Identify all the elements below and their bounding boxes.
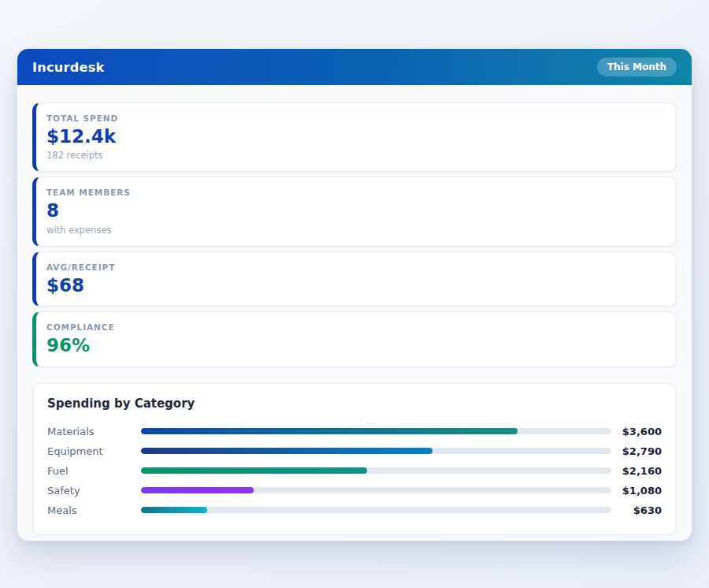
bar-value: $3,600 bbox=[611, 426, 662, 437]
bar-value: $630 bbox=[611, 504, 662, 516]
bar-track bbox=[141, 467, 611, 474]
stat-label: AVG/RECEIPT bbox=[46, 262, 663, 272]
bar-fill bbox=[141, 487, 254, 493]
chart-row-materials: Materials$3,600 bbox=[47, 422, 662, 441]
bar-value: $2,160 bbox=[611, 465, 662, 477]
app-body: TOTAL SPEND$12.4k182 receiptsTEAM MEMBER… bbox=[17, 85, 692, 551]
chart-row-fuel: Fuel$2,160 bbox=[47, 461, 662, 481]
category-label: Safety bbox=[47, 485, 141, 497]
bar-track bbox=[141, 487, 611, 493]
chart-rows: Materials$3,600Equipment$2,790Fuel$2,160… bbox=[47, 422, 662, 520]
stat-subtext: with expenses bbox=[46, 225, 663, 236]
bar-track bbox=[141, 428, 611, 434]
chart-title: Spending by Category bbox=[47, 396, 662, 411]
stat-value: $68 bbox=[46, 275, 663, 296]
stat-value: 8 bbox=[46, 200, 663, 221]
bar-fill bbox=[141, 467, 367, 474]
bar-value: $2,790 bbox=[611, 445, 662, 457]
bar-fill bbox=[141, 428, 518, 434]
app-header: Incurdesk This Month bbox=[17, 49, 692, 85]
bar-track bbox=[141, 448, 611, 454]
category-label: Materials bbox=[47, 426, 141, 437]
stat-label: TOTAL SPEND bbox=[46, 114, 663, 123]
chart-row-meals: Meals$630 bbox=[47, 501, 662, 520]
stat-card-compliance: COMPLIANCE96% bbox=[32, 311, 677, 367]
stat-card-avg-receipt: AVG/RECEIPT$68 bbox=[32, 251, 677, 307]
bar-value: $1,080 bbox=[611, 485, 662, 497]
app-title: Incurdesk bbox=[32, 60, 104, 75]
stat-label: TEAM MEMBERS bbox=[46, 188, 663, 197]
bar-fill bbox=[141, 448, 432, 454]
category-label: Equipment bbox=[47, 445, 141, 457]
category-label: Meals bbox=[47, 504, 141, 516]
bar-track bbox=[141, 507, 611, 513]
app-container: Incurdesk This Month TOTAL SPEND$12.4k18… bbox=[17, 49, 692, 541]
chart-row-equipment: Equipment$2,790 bbox=[47, 441, 662, 461]
bar-fill bbox=[141, 507, 207, 513]
category-label: Fuel bbox=[47, 465, 141, 477]
stat-card-total-spend: TOTAL SPEND$12.4k182 receipts bbox=[32, 102, 677, 172]
period-badge[interactable]: This Month bbox=[597, 58, 677, 76]
stat-subtext: 182 receipts bbox=[46, 150, 663, 161]
stat-value: $12.4k bbox=[46, 126, 663, 147]
stat-label: COMPLIANCE bbox=[46, 322, 663, 332]
stat-card-team-members: TEAM MEMBERS8with expenses bbox=[32, 177, 677, 246]
stat-value: 96% bbox=[46, 335, 663, 355]
chart-row-safety: Safety$1,080 bbox=[47, 481, 662, 501]
chart-card: Spending by Category Materials$3,600Equi… bbox=[32, 383, 677, 535]
stats-list: TOTAL SPEND$12.4k182 receiptsTEAM MEMBER… bbox=[32, 102, 677, 367]
